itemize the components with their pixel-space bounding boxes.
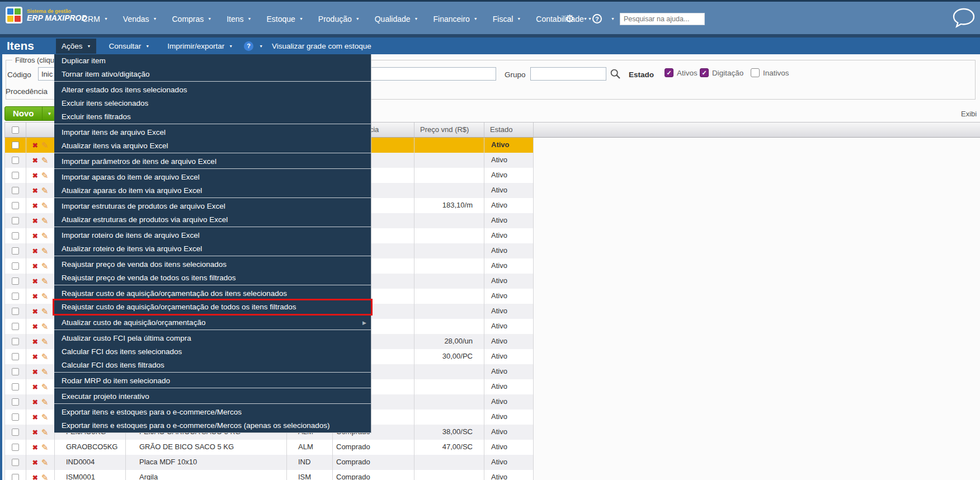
edit-pencil-icon[interactable]: ✎: [41, 319, 49, 334]
menu-item-reajustar-preco-de-venda-de-todos-os-itens[interactable]: Reajustar preço de venda de todos os ite…: [54, 271, 371, 285]
edit-pencil-icon[interactable]: ✎: [41, 274, 49, 289]
row-checkbox[interactable]: [12, 368, 19, 375]
gear-chevron-down-icon[interactable]: ▼: [583, 17, 587, 21]
edit-pencil-icon[interactable]: ✎: [41, 335, 49, 349]
edit-pencil-icon[interactable]: ✎: [41, 183, 49, 198]
estado-filter-digitacao[interactable]: ✓Digitação: [700, 68, 743, 77]
estado-filter-inativos[interactable]: ✓Inativos: [751, 68, 789, 77]
row-checkbox[interactable]: [12, 157, 19, 164]
row-checkbox[interactable]: [12, 459, 19, 466]
delete-icon[interactable]: ✖: [32, 350, 38, 364]
row-checkbox[interactable]: [12, 293, 19, 300]
edit-pencil-icon[interactable]: ✎: [41, 410, 49, 425]
chat-bubble-icon[interactable]: [953, 8, 975, 30]
delete-icon[interactable]: ✖: [32, 138, 38, 153]
menu-item-atualizar-itens-via-arquivo-excel[interactable]: Atualizar itens via arquivo Excel: [54, 139, 371, 153]
menu-item-importar-parametros-de-itens-de-arquivo-ex[interactable]: Importar parâmetros de itens de arquivo …: [54, 155, 371, 168]
edit-pencil-icon[interactable]: ✎: [41, 214, 49, 228]
menu-item-calcular-fci-dos-itens-selecionados[interactable]: Calcular FCI dos itens selecionados: [54, 345, 371, 359]
menu-item-atualizar-roteiro-de-itens-via-arquivo-exc[interactable]: Atualizar roteiro de itens via arquivo E…: [54, 242, 371, 256]
navbar-menu-itens[interactable]: Itens▼: [227, 15, 251, 23]
menu-item-alterar-estado-dos-itens-selecionados[interactable]: Alterar estado dos itens selecionados: [54, 83, 371, 97]
menu-item-atualizar-aparas-do-item-via-arquivo-excel[interactable]: Atualizar aparas do item via arquivo Exc…: [54, 184, 371, 197]
help-icon[interactable]: ?: [592, 14, 602, 23]
navbar-menu-fiscal[interactable]: Fiscal▼: [493, 15, 521, 23]
menu-item-atualizar-custo-de-aquisicao-orcamentacao[interactable]: Atualizar custo de aquisição/orçamentaçã…: [54, 316, 371, 330]
row-checkbox[interactable]: [12, 429, 19, 436]
edit-pencil-icon[interactable]: ✎: [41, 350, 49, 364]
row-checkbox[interactable]: [12, 353, 19, 360]
menu-item-calcular-fci-dos-itens-filtrados[interactable]: Calcular FCI dos itens filtrados: [54, 359, 371, 372]
delete-icon[interactable]: ✖: [32, 455, 38, 470]
delete-icon[interactable]: ✖: [32, 319, 38, 334]
navbar-menu-estoque[interactable]: Estoque▼: [267, 15, 303, 23]
checked-checkbox[interactable]: ✓: [665, 68, 673, 77]
menu-item-reajustar-custo-de-aquisicao-orcamentacao-[interactable]: Reajustar custo de aquisição/orçamentaçã…: [54, 287, 371, 300]
delete-icon[interactable]: ✖: [32, 274, 38, 289]
menu-item-tornar-item-ativo-digitacao[interactable]: Tornar item ativo/digitação: [54, 68, 371, 81]
row-checkbox[interactable]: [12, 308, 19, 315]
delete-icon[interactable]: ✖: [32, 214, 38, 228]
edit-pencil-icon[interactable]: ✎: [41, 470, 49, 480]
edit-pencil-icon[interactable]: ✎: [41, 395, 49, 410]
edit-pencil-icon[interactable]: ✎: [41, 455, 49, 470]
menu-item-importar-aparas-do-item-de-arquivo-excel[interactable]: Importar aparas do item de arquivo Excel: [54, 171, 371, 184]
edit-pencil-icon[interactable]: ✎: [41, 229, 49, 243]
delete-icon[interactable]: ✖: [32, 244, 38, 258]
navbar-menu-financeiro[interactable]: Financeiro▼: [433, 15, 477, 23]
menu-item-importar-roteiro-de-itens-de-arquivo-excel[interactable]: Importar roteiro de itens de arquivo Exc…: [54, 229, 371, 242]
edit-pencil-icon[interactable]: ✎: [41, 304, 49, 319]
edit-pencil-icon[interactable]: ✎: [41, 244, 49, 258]
row-checkbox[interactable]: [12, 232, 19, 239]
delete-icon[interactable]: ✖: [32, 425, 38, 440]
row-checkbox[interactable]: [12, 142, 19, 149]
menu-item-duplicar-item[interactable]: Duplicar item: [54, 54, 371, 68]
navbar-menu-vendas[interactable]: Vendas▼: [123, 15, 157, 23]
row-checkbox[interactable]: [12, 338, 19, 345]
unchecked-checkbox[interactable]: ✓: [751, 68, 760, 77]
estado-filter-ativos[interactable]: ✓Ativos: [665, 68, 698, 77]
row-checkbox[interactable]: [12, 262, 19, 270]
row-checkbox[interactable]: [12, 217, 19, 224]
delete-icon[interactable]: ✖: [32, 153, 38, 168]
menu-item-atualizar-estruturas-de-produtos-via-arqui[interactable]: Atualizar estruturas de produtos via arq…: [54, 213, 371, 227]
navbar-menu-qualidade[interactable]: Qualidade▼: [375, 15, 418, 23]
row-checkbox[interactable]: [12, 187, 19, 194]
grupo-input[interactable]: [530, 67, 606, 81]
toolbar-menu-acoes[interactable]: Ações▼: [56, 39, 96, 54]
delete-icon[interactable]: ✖: [32, 168, 38, 183]
menu-item-exportar-itens-e-estoques-para-o-e-commerc[interactable]: Exportar itens e estoques para o e-comme…: [54, 406, 371, 419]
edit-pencil-icon[interactable]: ✎: [41, 440, 49, 455]
edit-pencil-icon[interactable]: ✎: [41, 380, 49, 394]
menu-item-executar-projeto-interativo[interactable]: Executar projeto interativo: [54, 390, 371, 403]
navbar-menu-crm[interactable]: CRM▼: [82, 15, 108, 23]
toolbar-visualizar-grade-link[interactable]: Visualizar grade com estoque: [272, 42, 371, 50]
menu-item-excluir-itens-selecionados[interactable]: Excluir itens selecionados: [54, 97, 371, 110]
row-checkbox[interactable]: [12, 277, 19, 285]
column-header-estado[interactable]: Estado: [484, 123, 534, 137]
edit-pencil-icon[interactable]: ✎: [41, 168, 49, 183]
toolbar-menu-consultar[interactable]: Consultar▼: [103, 39, 155, 54]
delete-icon[interactable]: ✖: [32, 304, 38, 319]
menu-item-atualizar-custo-fci-pela-ultima-compra[interactable]: Atualizar custo FCI pela última compra: [54, 332, 371, 345]
menu-item-reajustar-preco-de-venda-dos-itens-selecio[interactable]: Reajustar preço de venda dos itens selec…: [54, 258, 371, 271]
checked-checkbox[interactable]: ✓: [700, 68, 709, 77]
row-checkbox[interactable]: [12, 413, 19, 421]
edit-pencil-icon[interactable]: ✎: [41, 199, 49, 213]
row-checkbox[interactable]: [12, 398, 19, 406]
help-search-input[interactable]: [620, 13, 705, 25]
row-checkbox[interactable]: [12, 172, 19, 179]
row-checkbox[interactable]: [12, 383, 19, 390]
edit-pencil-icon[interactable]: ✎: [41, 138, 49, 153]
delete-icon[interactable]: ✖: [32, 335, 38, 349]
delete-icon[interactable]: ✖: [32, 229, 38, 243]
menu-item-rodar-mrp-do-item-selecionado[interactable]: Rodar MRP do item selecionado: [54, 374, 371, 388]
filters-legend[interactable]: Filtros (cliqu: [12, 56, 57, 64]
row-checkbox[interactable]: [12, 474, 19, 480]
help-chevron-down-icon[interactable]: ▼: [611, 17, 615, 21]
delete-icon[interactable]: ✖: [32, 183, 38, 198]
column-header-preco[interactable]: Preço vnd (R$): [414, 123, 484, 137]
toolbar-menu-imprimir-exportar[interactable]: Imprimir/exportar▼: [162, 39, 238, 54]
delete-icon[interactable]: ✖: [32, 289, 38, 304]
edit-pencil-icon[interactable]: ✎: [41, 153, 49, 168]
